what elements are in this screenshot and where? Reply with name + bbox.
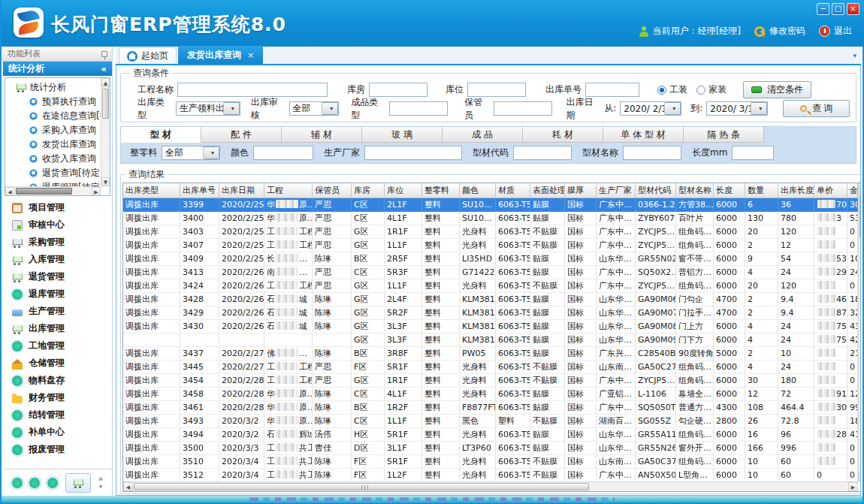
tree-root[interactable]: 统计分析 (8, 80, 101, 95)
table-row[interactable]: 调拨出库34542020/2/28工工程严思G区1R1F整料光身料6063-T5… (123, 374, 858, 388)
sidebar-item-采购管理[interactable]: 采购管理 (3, 234, 112, 251)
grid-vscroll-thumb[interactable] (859, 194, 861, 237)
sidebar-item-入库管理[interactable]: 入库管理 (3, 251, 112, 268)
column-header-保管员[interactable]: 保管员 (313, 183, 352, 198)
column-header-金[interactable]: 金 (847, 183, 858, 198)
column-header-型材名称[interactable]: 型材名称 (676, 183, 714, 198)
scroll-down-icon[interactable]: ▼ (101, 177, 110, 186)
table-row[interactable]: G区3L3F整料KLM38176063-T5贴膜国标山东华…GA90M09…门下… (123, 333, 858, 347)
tree-horizontal-scrollbar[interactable]: ◀ ▶ (5, 186, 101, 195)
manufacturer-input[interactable] (364, 146, 462, 160)
scroll-left-icon[interactable]: ◀ (5, 187, 14, 196)
table-row[interactable]: 调拨出库34612020/2/28华原…陈琳B区1R2F整料F8877FT606… (123, 401, 858, 415)
table-row[interactable]: 调拨出库34302020/2/26石城陈琳G区3L3F整料KLM38176063… (123, 320, 858, 333)
toolbar-more-button[interactable]: »▾ (98, 475, 104, 490)
table-row[interactable]: 调拨出库34092020/2/25长…陈琳B区2R5F整料LI35HD6063-… (123, 252, 858, 266)
table-row[interactable]: 调拨出库34942020/3/2石辉城汤伟H区5R1F整料光身料6063-T5贴… (123, 428, 858, 442)
tree-item-1[interactable]: 预算执行查询 (8, 95, 101, 109)
audit-select[interactable]: 全部▾ (289, 101, 340, 116)
toolbar-cart-button[interactable] (65, 473, 91, 493)
grid-hscroll-thumb[interactable] (134, 483, 589, 490)
column-header-整零料[interactable]: 整零料 (422, 183, 460, 198)
clear-conditions-button[interactable]: 清空条件 (743, 81, 811, 98)
scroll-right-icon[interactable]: ▶ (848, 482, 858, 491)
tab-close-icon[interactable]: × (247, 50, 254, 60)
dropdown-arrow-icon[interactable]: ▾ (751, 102, 767, 115)
sidebar-item-补单中心[interactable]: 补单中心 (3, 424, 112, 441)
date-to-select[interactable]: 2020/ 3/16▾ (706, 101, 768, 116)
tab-shipping-outbound-query[interactable]: 发货出库查询 × (178, 46, 263, 64)
toolbar-dot-icon[interactable] (29, 478, 40, 488)
project-name-input[interactable] (177, 83, 328, 97)
tree-item-4[interactable]: 发货出库查询 (8, 137, 101, 152)
tree-item-6[interactable]: 退货查询[待定] (8, 166, 101, 180)
sidebar-item-财务管理[interactable]: 财务管理 (3, 389, 112, 406)
date-from-select[interactable]: 2020/ 2/16▾ (620, 101, 681, 116)
table-row[interactable]: 调拨出库34372020/2/27佛…陈琳B区3R8F整料PW056063-T5… (123, 347, 858, 361)
table-row[interactable]: 调拨出库33992020/2/25华原…严思C区2L1F整料SU10…6063-… (123, 198, 858, 212)
sidebar-item-结转管理[interactable]: 结转管理 (3, 406, 112, 424)
table-row[interactable]: 调拨出库34932020/3/2华原…陈琳C区1L1F整料黑色塑料不贴膜国标湖南… (123, 415, 858, 428)
pin-icon[interactable] (101, 51, 107, 57)
material-tab-4[interactable]: 玻 璃 (362, 127, 443, 143)
column-header-长度[interactable]: 长度 (714, 183, 745, 198)
table-row[interactable]: 调拨出库34032020/2/25工工程严思G区1R1F整料光身料6063-T5… (123, 225, 858, 239)
sidebar-item-生产管理[interactable]: 生产管理 (3, 303, 112, 320)
length-input[interactable] (732, 146, 774, 160)
table-row[interactable]: 调拨出库34292020/2/26石城陈琳G区5R2F整料KLM38176063… (123, 306, 858, 320)
table-row[interactable]: 调拨出库34452020/2/27工工程严思F区5R1F整料光身料6063-T5… (123, 361, 858, 374)
column-header-库位[interactable]: 库位 (385, 183, 422, 198)
column-header-材质[interactable]: 材质 (496, 183, 530, 198)
material-tab-7[interactable]: 单 体 型 材 (603, 127, 684, 143)
scroll-left-icon[interactable]: ◀ (123, 482, 133, 491)
color-input[interactable] (253, 146, 313, 160)
close-button[interactable]: × (847, 3, 859, 15)
column-header-生产厂家[interactable]: 生产厂家 (597, 183, 636, 198)
dropdown-arrow-icon[interactable]: ▾ (664, 102, 681, 115)
column-header-表面处理[interactable]: 表面处理 (530, 183, 565, 198)
tree-item-5[interactable]: 收货入库查询 (8, 152, 101, 166)
material-tab-3[interactable]: 辅 材 (282, 127, 362, 143)
radio-gongzhuang[interactable]: 工装 (657, 83, 687, 96)
column-header-膜厚[interactable]: 膜厚 (565, 183, 597, 198)
scroll-up-icon[interactable]: ▲ (859, 183, 861, 193)
column-header-颜色[interactable]: 颜色 (460, 183, 496, 198)
table-row[interactable]: 调拨出库35002020/3/3工共工程曹佳D区3L1F整料LT3P606063… (123, 442, 858, 455)
sidebar-item-退库管理[interactable]: 退库管理 (3, 285, 112, 303)
tree-vertical-scrollbar[interactable]: ▲ ▼ (101, 78, 110, 186)
location-input[interactable] (467, 83, 526, 97)
tab-home[interactable]: 起始页 (119, 47, 177, 64)
column-header-出库日期[interactable]: 出库日期 (219, 183, 264, 198)
order-no-input[interactable] (585, 83, 639, 97)
table-row[interactable]: 调拨出库35122020/3/4工共工程陈琳F区1L2F整料光身料6063-T5… (123, 469, 858, 481)
material-tab-2[interactable]: 配 件 (201, 127, 282, 143)
table-row[interactable]: 调拨出库34242020/2/26工工程严思G区1L1F整料光身料6063-T5… (123, 279, 858, 293)
column-header-数量[interactable]: 数量 (745, 183, 778, 198)
tree-item-3[interactable]: 采购入库查询 (8, 123, 101, 137)
column-header-单价[interactable]: 单价 (814, 183, 847, 198)
tree-item-2[interactable]: 在途信息查询[待 (8, 109, 101, 123)
scroll-right-icon[interactable]: ▶ (92, 187, 101, 196)
table-row[interactable]: 调拨出库34072020/2/25工工程严思G区1L1F整料光身料6063-T5… (123, 239, 858, 252)
column-header-出库类型[interactable]: 出库类型 (123, 183, 180, 198)
maximize-button[interactable]: □ (832, 3, 844, 15)
column-header-工程[interactable]: 工程 (264, 183, 313, 198)
column-header-出库长度[interactable]: 出库长度 (778, 183, 814, 198)
toolbar-dot-icon[interactable] (12, 478, 23, 488)
tree-hscroll-thumb[interactable] (16, 188, 72, 195)
table-row[interactable]: 调拨出库34582020/2/28华原…陈琳C区4L1F整料光身料6063-T5… (123, 388, 858, 401)
dropdown-arrow-icon[interactable]: ▾ (203, 146, 219, 159)
tree-vscroll-thumb[interactable] (102, 89, 109, 119)
profile-code-input[interactable] (513, 146, 572, 160)
profile-name-input[interactable] (623, 146, 681, 160)
scroll-up-icon[interactable]: ▲ (101, 78, 110, 87)
scroll-down-icon[interactable]: ▼ (859, 472, 861, 481)
sidebar-item-退货管理[interactable]: 退货管理 (3, 268, 112, 285)
warehouse-input[interactable] (369, 83, 427, 97)
table-row[interactable]: 调拨出库35102020/3/4工共工程陈琳F区5R1F整料光身料6063-T5… (123, 455, 858, 469)
material-tab-1[interactable]: 型 材 (121, 127, 201, 143)
table-row[interactable]: 调拨出库34132020/2/26南…严思C区5R3F整料G714226063-… (123, 266, 858, 279)
collapse-icon[interactable]: « (101, 64, 107, 74)
sidebar-item-工地管理[interactable]: 工地管理 (3, 337, 112, 355)
sidebar-item-项目管理[interactable]: 项目管理 (3, 199, 112, 216)
